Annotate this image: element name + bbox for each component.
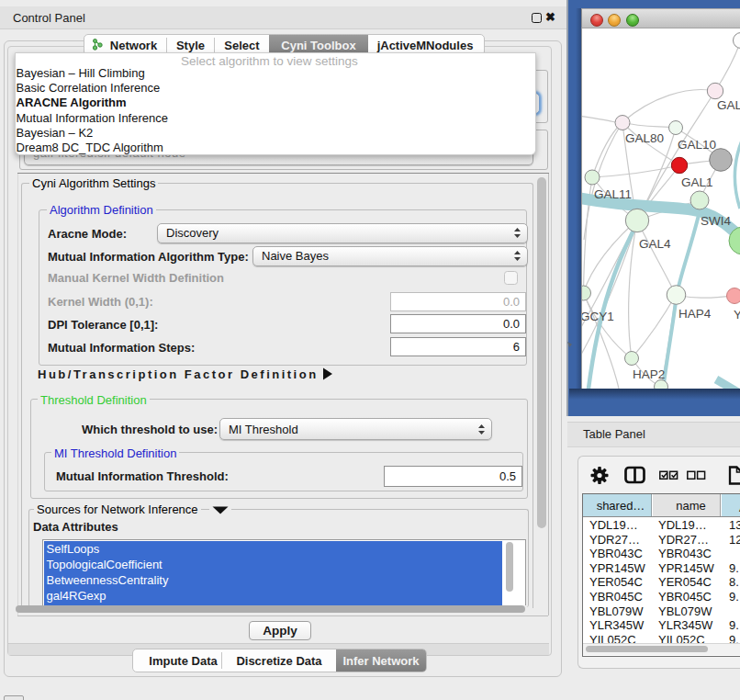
svg-text:Y: Y xyxy=(734,308,740,322)
svg-text:GAL10: GAL10 xyxy=(678,138,716,152)
svg-text:GAL80: GAL80 xyxy=(625,131,664,145)
svg-text:GAL11: GAL11 xyxy=(594,187,632,201)
svg-text:GAL7: GAL7 xyxy=(717,98,740,112)
svg-text:GCY1: GCY1 xyxy=(582,310,614,323)
svg-text:HAP4: HAP4 xyxy=(678,307,712,321)
svg-text:GAL1: GAL1 xyxy=(681,175,713,189)
svg-text:HAP2: HAP2 xyxy=(633,367,665,381)
svg-text:GAL4: GAL4 xyxy=(639,237,671,251)
svg-text:SWI4: SWI4 xyxy=(701,214,731,228)
